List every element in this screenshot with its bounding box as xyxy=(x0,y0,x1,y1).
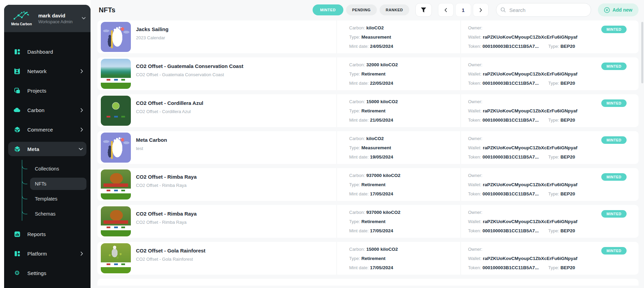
mint-date-field: Mint date:21/05/2024 xyxy=(349,118,398,123)
search-input[interactable] xyxy=(509,7,587,13)
gear-icon: ⚙ xyxy=(13,270,21,276)
sidebar-subitem-label: Collections xyxy=(35,166,59,172)
sidebar-item-settings[interactable]: ⚙ Settings xyxy=(8,266,86,280)
filter-tab-ranked[interactable]: RANKED xyxy=(380,4,409,15)
token-type-field: Type:BEP20 xyxy=(548,44,575,49)
reports-chart-icon xyxy=(13,231,21,237)
token-line: Token:000100003B1CC11B5A7... Type:BEP20 xyxy=(468,81,577,86)
nft-thumbnail xyxy=(101,243,131,273)
column-divider xyxy=(337,205,337,238)
type-field: Type:Retirement xyxy=(349,182,400,187)
token-field: Token:000100003B1CC11B5A7... xyxy=(468,44,539,49)
mint-date-field: Mint date:17/05/2024 xyxy=(349,228,400,233)
type-field: Type:Measurement xyxy=(349,145,393,150)
chevron-left-icon xyxy=(444,8,447,12)
token-line: Token:000100003B1CC11B5A7... Type:BEP20 xyxy=(468,191,577,196)
carbon-field: Carbon:15000 kiloCO2 xyxy=(349,99,398,104)
column-divider xyxy=(461,168,461,201)
owner-field: Owner: xyxy=(468,136,577,141)
sidebar-item-templates[interactable]: Templates xyxy=(30,193,86,205)
token-field: Token:000100003B1CC11B5A7... xyxy=(468,81,539,86)
nft-row[interactable]: Meta Carbon test Carbon:kiloCO2 Type:Mea… xyxy=(97,131,639,164)
nft-row-partial[interactable] xyxy=(97,279,639,286)
token-field: Token:000100003B1CC11B5A7... xyxy=(468,191,539,196)
nft-carbon-details: Carbon:15000 kiloCO2 Type:Retirement Min… xyxy=(349,94,398,127)
token-type-field: Type:BEP20 xyxy=(548,118,575,123)
nft-carbon-details: Carbon:15000 kiloCO2 Type:Retirement Min… xyxy=(349,242,398,275)
type-field: Type:Retirement xyxy=(349,219,400,224)
sidebar-item-reports[interactable]: Reports xyxy=(8,227,86,241)
pagination: 1 xyxy=(438,3,489,17)
sidebar-item-collections[interactable]: Collections xyxy=(30,163,86,175)
token-type-field: Type:BEP20 xyxy=(548,154,575,160)
sidebar-item-nfts[interactable]: NFTs xyxy=(30,178,86,190)
status-badge: MINTED xyxy=(601,99,627,107)
projects-icon xyxy=(13,87,21,94)
meta-cube-icon xyxy=(13,146,21,152)
nft-carbon-details: Carbon:937000 kiloCO2 Type:Retirement Mi… xyxy=(349,168,400,201)
user-block: mark david Workspace Admin xyxy=(38,13,73,24)
meta-carbon-logo-icon xyxy=(14,11,29,22)
sidebar-item-schemas[interactable]: Schemas xyxy=(30,208,86,220)
platform-icon xyxy=(13,250,21,257)
mint-date-field: Mint date:22/05/2024 xyxy=(349,81,398,86)
chevron-down-icon[interactable] xyxy=(82,15,86,20)
nft-row[interactable]: CO2 Offset - Cordillera Azul CO2 Offset … xyxy=(97,94,639,127)
token-field: Token:000100003B1CC11B5A7... xyxy=(468,154,539,160)
header-controls: MINTED PENDING RANKED 1 Add n xyxy=(313,3,639,17)
nft-row[interactable]: CO2 Offset - Gola Rainforest CO2 Offset … xyxy=(97,242,639,275)
wallet-field: Wallet:raPZKUoKovCMyoupC1ZbXcErFu6iGNpya… xyxy=(468,108,577,113)
sidebar-item-meta[interactable]: Meta xyxy=(8,142,86,156)
status-badge: MINTED xyxy=(601,26,627,33)
app-logo: Meta Carbon xyxy=(9,11,34,26)
main-content: NFTs MINTED PENDING RANKED 1 xyxy=(91,0,644,288)
nft-owner-details: Owner: Wallet:raPZKUoKovCMyoupC1ZbXcErFu… xyxy=(468,205,577,238)
mint-date-field: Mint date:17/05/2024 xyxy=(349,265,398,270)
sidebar-item-platform[interactable]: Platform xyxy=(8,246,86,261)
column-divider xyxy=(337,131,337,164)
sidebar-item-commerce[interactable]: Commerce xyxy=(8,122,86,137)
nft-row[interactable]: CO2 Offset - Rimba Raya CO2 Offset - Rim… xyxy=(97,168,639,201)
chevron-right-icon xyxy=(80,127,83,132)
add-new-button[interactable]: Add new xyxy=(598,3,639,16)
carbon-field: Carbon:937000 kiloCO2 xyxy=(349,173,400,178)
user-role: Workspace Admin xyxy=(38,19,73,24)
filter-button[interactable] xyxy=(415,3,432,17)
filter-tab-pending[interactable]: PENDING xyxy=(346,4,377,15)
sidebar-item-label: Carbon xyxy=(27,107,44,113)
sidebar-subitem-label: Schemas xyxy=(35,211,55,217)
user-name: mark david xyxy=(38,13,73,18)
column-divider xyxy=(337,242,337,275)
filter-tab-minted[interactable]: MINTED xyxy=(313,4,343,15)
sidebar-item-label: Dashboard xyxy=(27,49,53,55)
sidebar-item-dashboard[interactable]: Dashboard xyxy=(8,44,86,59)
status-badge: MINTED xyxy=(601,63,627,70)
carbon-field: Carbon:kiloCO2 xyxy=(349,136,393,141)
vertical-scrollbar[interactable] xyxy=(641,22,643,83)
sidebar-item-label: Projects xyxy=(27,88,46,94)
sidebar-item-network[interactable]: Network xyxy=(8,64,86,78)
nft-carbon-details: Carbon:32000 kiloCO2 Type:Retirement Min… xyxy=(349,57,398,90)
carbon-field: Carbon:937000 kiloCO2 xyxy=(349,210,400,215)
tree-branch xyxy=(22,163,27,169)
nft-owner-details: Owner: Wallet:raPZKUoKovCMyoupC1ZbXcErFu… xyxy=(468,20,577,53)
nft-row[interactable]: Jacks Sailing 2023 Calendar Carbon:kiloC… xyxy=(97,20,639,53)
column-divider xyxy=(461,94,461,127)
sidebar-item-carbon[interactable]: Carbon xyxy=(8,103,86,117)
nft-row[interactable]: CO2 Offset - Rimba Raya CO2 Offset - Rim… xyxy=(97,205,639,238)
token-type-field: Type:BEP20 xyxy=(548,265,575,270)
mint-date-field: Mint date:24/05/2024 xyxy=(349,44,393,49)
workspace-header[interactable]: Meta Carbon mark david Workspace Admin xyxy=(4,5,91,32)
tree-branch xyxy=(22,208,27,214)
prev-page-button[interactable] xyxy=(438,3,454,17)
status-badge: MINTED xyxy=(601,173,627,181)
next-page-button[interactable] xyxy=(473,3,489,17)
nft-thumbnail xyxy=(101,59,131,89)
column-divider xyxy=(461,242,461,275)
column-divider xyxy=(461,205,461,238)
nft-thumbnail xyxy=(101,133,131,163)
sidebar-item-projects[interactable]: Projects xyxy=(8,83,86,98)
nft-row[interactable]: CO2 Offset - Guatemala Conservation Coas… xyxy=(97,57,639,90)
status-badge: MINTED xyxy=(601,136,627,144)
token-line: Token:000100003B1CC11B5A7... Type:BEP20 xyxy=(468,154,577,160)
